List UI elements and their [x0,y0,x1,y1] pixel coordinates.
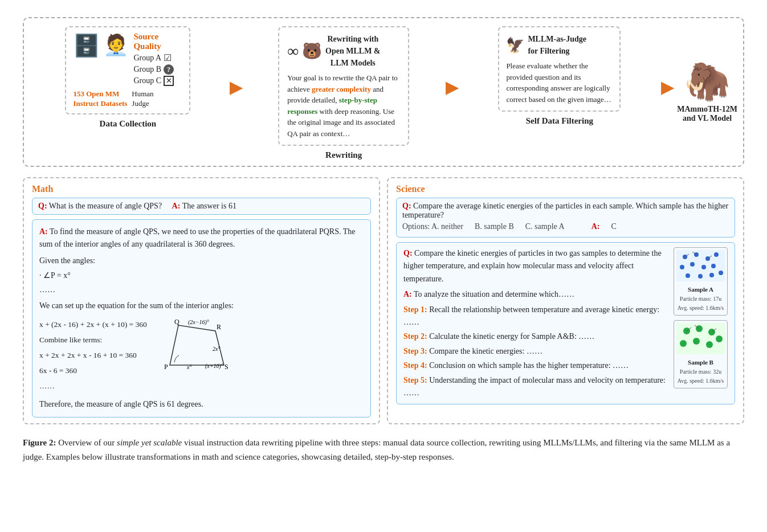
svg-point-14 [680,265,684,269]
stage-data-collection: 🗄️ 🧑‍💼 Source Quality Group A ☑ Group B … [30,26,226,160]
sci-a-label: A: [591,222,600,231]
mammoth-label: MAmmoTH-12Mand VL Model [677,105,737,123]
svg-point-13 [714,252,719,257]
x-icon: ✕ [164,76,174,86]
sample-b-box: Sample B Particle mass: 32u Avg. speed: … [674,320,728,388]
option-c: C. sample A [525,222,565,231]
step3-label: Step 3: [403,347,427,355]
eq1: x + (2x - 16) + 2x + (x + 10) = 360 [39,317,147,332]
group-a-label: Group A [133,54,161,63]
group-c-label: Group C [133,76,161,85]
math-a-text: The answer is 61 [182,202,236,210]
stage2-label: Rewriting [325,150,362,160]
stage-result: 🦣 MAmmoTH-12Mand VL Model [677,26,737,160]
math-a-label: A: [172,202,181,210]
step2-label: Step 2: [403,332,427,341]
stage1-box: 🗄️ 🧑‍💼 Source Quality Group A ☑ Group B … [65,26,190,114]
svg-text:S: S [225,363,229,371]
sci-a-intro: A: To analyze the situation and determin… [403,288,668,301]
pipeline-diagram: 🗄️ 🧑‍💼 Source Quality Group A ☑ Group B … [23,17,744,167]
math-original-qa: Q: What is the measure of angle QPS? A: … [32,198,371,215]
step-by-step-highlight: step-by-step responses [287,96,377,116]
sci-rewrite-q-text: Compare the kinetic energies of particle… [403,249,662,283]
ellipsis-1: …… [39,284,364,296]
math-rewrite-a-intro: To find the measure of angle QPS, we nee… [39,227,356,248]
sample-a-mass: Particle mass: 17u [676,294,725,304]
conclusion-text: Therefore, the measure of angle QPS is 6… [39,398,364,411]
angle-p-text: · ∠P = x° [39,269,364,282]
science-section-label: Science [396,184,735,194]
svg-text:(x+10)°: (x+10)° [205,363,223,370]
equation-figure-row: x + (2x - 16) + 2x + (x + 10) = 360 Comb… [39,317,364,394]
equations-col: x + (2x - 16) + 2x + (x + 10) = 360 Comb… [39,317,147,394]
step5-label: Step 5: [403,376,427,384]
arrow-3: ▶ [658,78,677,97]
option-a: Options: A. neither [402,222,463,231]
stage2-body: Your goal is to rewrite the QA pair to a… [287,72,400,139]
stage3-box: 🦅 MLLM-as-Judgefor Filtering Please eval… [498,26,621,112]
svg-text:x°: x° [186,364,191,370]
eq2: x + 2x + 2x + x - 16 + 10 = 360 [39,347,147,363]
svg-point-16 [701,265,706,269]
step4-row: Step 4: Conclusion on which sample has t… [403,359,668,372]
judge-figure-icon: 🧑‍💼 [103,33,129,57]
geometry-figure: P Q R S (2x−16)° 2x° x° (x+10)° [158,317,232,374]
sample-b-particles [676,323,725,354]
math-section-label: Math [32,184,371,194]
sample-a-box: Sample A Particle mass: 17u Avg. speed: … [674,247,728,316]
sample-a-speed: Avg. speed: 1.6km/s [676,304,725,313]
examples-section: Math Q: What is the measure of angle QPS… [23,177,744,424]
svg-point-21 [719,271,723,275]
option-b: B. sample B [475,222,514,231]
stage3-label: Self Data Filtering [526,116,593,126]
quality-groups-col: Source Quality Group A ☑ Group B ? Group… [133,32,182,86]
eq3: 6x - 6 = 360 [39,363,147,378]
stage1-bottom: 153 Open MMInstruct Datasets HumanJudge [73,89,153,109]
svg-text:Q: Q [174,318,179,326]
group-b-row: Group B ? [133,64,174,75]
group-b-label: Group B [133,65,161,74]
stage3-title: MLLM-as-Judgefor Filtering [528,33,586,57]
stage-filtering: 🦅 MLLM-as-Judgefor Filtering Please eval… [462,26,658,160]
sample-b-speed: Avg. speed: 1.6km/s [676,377,725,386]
ellipsis-2: …… [39,378,147,394]
science-panel: Science Q: Compare the average kinetic e… [387,177,744,424]
sample-b-title: Sample B [676,358,725,368]
stage2-box: ∞ 🐻 Rewriting withOpen MLLM &LLM Models … [278,26,409,146]
llama-icon: 🐻 [302,39,322,63]
step4-label: Step 4: [403,361,427,370]
step3-row: Step 3: Compare the kinetic energies: …… [403,345,668,358]
science-images-col: Sample A Particle mass: 17u Avg. speed: … [674,247,728,399]
math-q-text: What is the measure of angle QPS? [49,202,162,210]
caption-figure-label: Figure 2: [23,438,56,447]
svg-text:R: R [217,323,221,331]
step1-text: Recall the relationship between temperat… [403,305,659,326]
stage3-header: 🦅 MLLM-as-Judgefor Filtering [506,33,613,57]
sci-a-text: C [611,222,616,231]
step3-text: Compare the kinetic energies: …… [429,347,542,355]
step5-row: Step 5: Understanding the impact of mole… [403,374,668,400]
stage2-title: Rewriting withOpen MLLM &LLM Models [325,33,380,69]
step1-row: Step 1: Recall the relationship between … [403,304,668,329]
options-row: Options: A. neither B. sample B C. sampl… [402,222,729,231]
svg-marker-0 [170,325,224,365]
group-c-row: Group C ✕ [133,76,174,86]
step1-label: Step 1: [403,305,427,314]
caption-italic-text: simple yet scalable [117,438,182,447]
science-rewritten-qa: Q: Compare the kinetic energies of parti… [396,242,735,404]
combine-label: Combine like terms: [39,332,147,347]
sci-q-label: Q: [402,202,411,210]
sci-rewrite-a-label: A: [403,290,412,298]
svg-point-31 [706,341,713,348]
owl-icon: 🦅 [506,34,524,56]
math-rewrite-a-label: A: [39,227,48,236]
svg-point-30 [693,338,700,345]
equation-intro-text: We can set up the equation for the sum o… [39,300,364,312]
group-a-row: Group A ☑ [133,52,172,63]
svg-point-20 [709,273,714,277]
human-judge-label: HumanJudge [132,89,153,109]
step4-text: Conclusion on which sample has the highe… [429,361,629,370]
svg-text:P: P [164,363,168,371]
math-q-label: Q: [38,202,47,210]
figure-caption: Figure 2: Overview of our simple yet sca… [23,436,744,465]
